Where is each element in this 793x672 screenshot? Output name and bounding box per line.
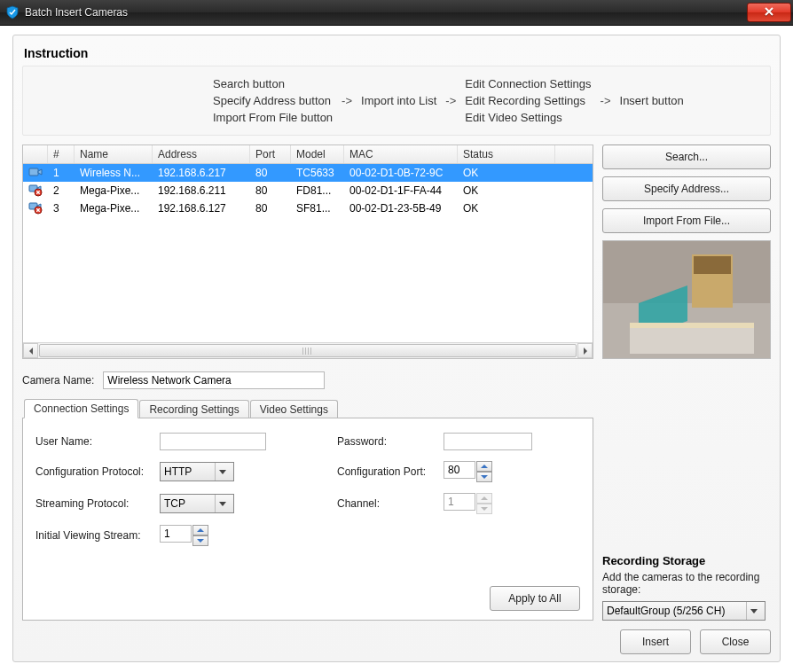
chevron-left-icon — [29, 348, 33, 355]
recording-storage-value: DefaultGroup (5/256 CH) — [607, 605, 725, 617]
search-button-label: Search... — [665, 151, 708, 163]
camera-status-icon — [28, 165, 43, 179]
close-button[interactable]: Close — [700, 629, 771, 654]
streaming-protocol-combo[interactable]: TCP — [160, 494, 234, 513]
camera-list-header: # Name Address Port Model MAC Status — [23, 145, 593, 164]
password-label: Password: — [337, 435, 444, 448]
tab-connection-settings[interactable]: Connection Settings — [24, 399, 138, 418]
arrow-icon: -> — [445, 92, 465, 109]
config-port-spinner[interactable] — [444, 461, 550, 482]
arrow-icon: -> — [342, 92, 361, 109]
window-title: Batch Insert Cameras — [25, 6, 128, 19]
config-port-input[interactable] — [444, 461, 475, 479]
chevron-up-icon — [481, 496, 488, 500]
cell-status: OK — [458, 165, 555, 181]
instruction-text: Import into List — [361, 92, 445, 109]
col-num[interactable]: # — [48, 145, 75, 163]
channel-down — [476, 504, 492, 514]
initial-viewing-stream-input[interactable] — [160, 525, 192, 543]
close-icon — [764, 6, 774, 19]
cell-num: 1 — [48, 165, 75, 181]
horizontal-scrollbar[interactable] — [23, 342, 593, 358]
import-from-file-label: Import From File... — [643, 215, 730, 227]
chevron-down-icon — [746, 602, 761, 620]
window-close-button[interactable] — [747, 3, 791, 22]
instruction-text: Edit Recording Settings — [465, 92, 600, 109]
initial-viewing-stream-down[interactable] — [192, 535, 208, 546]
chevron-down-icon — [481, 475, 488, 479]
search-button[interactable]: Search... — [602, 145, 771, 169]
col-port[interactable]: Port — [250, 145, 291, 163]
user-name-label: User Name: — [35, 435, 160, 448]
cell-address: 192.168.6.211 — [153, 183, 250, 199]
cell-mac: 00-02-D1-23-5B-49 — [344, 200, 458, 216]
col-status[interactable]: Status — [458, 145, 555, 163]
cell-port: 80 — [250, 200, 291, 216]
initial-viewing-stream-spinner[interactable] — [160, 525, 284, 546]
cell-status: OK — [458, 200, 555, 216]
app-shield-icon — [5, 5, 20, 20]
chevron-right-icon — [584, 348, 587, 355]
cell-num: 2 — [48, 183, 75, 199]
apply-to-all-label: Apply to All — [508, 592, 561, 605]
config-port-down[interactable] — [476, 472, 492, 482]
config-protocol-value: HTTP — [164, 465, 192, 478]
specify-address-button[interactable]: Specify Address... — [602, 176, 771, 201]
col-model[interactable]: Model — [291, 145, 344, 163]
scroll-track[interactable] — [38, 343, 577, 358]
window-buttons — [747, 3, 791, 22]
user-name-input[interactable] — [160, 433, 266, 450]
insert-button[interactable]: Insert — [620, 629, 691, 654]
table-row[interactable]: 1Wireless N...192.168.6.21780TC563300-02… — [23, 164, 593, 182]
insert-button-label: Insert — [642, 636, 669, 648]
initial-viewing-stream-up[interactable] — [192, 525, 208, 535]
cell-name: Mega-Pixe... — [75, 183, 153, 199]
chevron-down-icon — [197, 539, 204, 543]
svg-rect-10 — [630, 325, 754, 354]
scroll-left-button[interactable] — [23, 343, 38, 358]
col-address[interactable]: Address — [153, 145, 250, 163]
instruction-text: Insert button — [620, 92, 693, 109]
titlebar: Batch Insert Cameras — [0, 0, 793, 26]
initial-viewing-stream-label: Initial Viewing Stream: — [35, 529, 160, 542]
instruction-text: Edit Video Settings — [465, 109, 600, 126]
instruction-box: Search button Edit Connection Settings S… — [22, 66, 771, 136]
tab-video-settings[interactable]: Video Settings — [250, 400, 338, 418]
cell-address: 192.168.6.127 — [153, 200, 250, 216]
scroll-right-button[interactable] — [577, 343, 593, 358]
config-protocol-label: Configuration Protocol: — [35, 465, 160, 478]
instruction-text: Search button — [213, 75, 342, 92]
col-name[interactable]: Name — [75, 145, 153, 163]
chevron-up-icon — [197, 528, 204, 532]
camera-preview — [602, 240, 771, 359]
col-mac[interactable]: MAC — [344, 145, 458, 163]
instruction-text: Import From File button — [213, 109, 342, 126]
camera-name-input[interactable] — [103, 371, 325, 389]
table-row[interactable]: 3Mega-Pixe...192.168.6.12780SF81...00-02… — [23, 199, 593, 217]
config-port-up[interactable] — [476, 461, 492, 472]
instruction-text: Edit Connection Settings — [465, 75, 600, 92]
config-port-label: Configuration Port: — [337, 465, 444, 478]
cell-port: 80 — [250, 165, 291, 181]
scroll-thumb[interactable] — [39, 344, 577, 357]
cell-status: OK — [458, 183, 555, 199]
batch-insert-cameras-window: Batch Insert Cameras Instruction Search … — [0, 0, 793, 672]
table-row[interactable]: 2Mega-Pixe...192.168.6.21180FD81...00-02… — [23, 182, 593, 199]
cell-num: 3 — [48, 200, 75, 216]
password-input[interactable] — [444, 433, 532, 450]
chevron-down-icon — [481, 507, 488, 511]
cell-address: 192.168.6.217 — [153, 165, 250, 181]
recording-storage-heading: Recording Storage — [602, 554, 771, 567]
tab-recording-settings[interactable]: Recording Settings — [139, 400, 248, 418]
specify-address-label: Specify Address... — [644, 183, 729, 195]
cell-mac: 00-02-D1-0B-72-9C — [344, 165, 458, 181]
dialog-panel: Instruction Search button Edit Connectio… — [12, 35, 781, 662]
camera-list[interactable]: # Name Address Port Model MAC Status 1Wi… — [22, 145, 593, 359]
streaming-protocol-label: Streaming Protocol: — [35, 497, 160, 510]
camera-status-icon — [28, 200, 43, 215]
apply-to-all-button[interactable]: Apply to All — [490, 586, 580, 611]
close-button-label: Close — [722, 636, 750, 648]
recording-storage-combo[interactable]: DefaultGroup (5/256 CH) — [602, 601, 766, 621]
import-from-file-button[interactable]: Import From File... — [602, 208, 771, 233]
config-protocol-combo[interactable]: HTTP — [160, 462, 234, 481]
